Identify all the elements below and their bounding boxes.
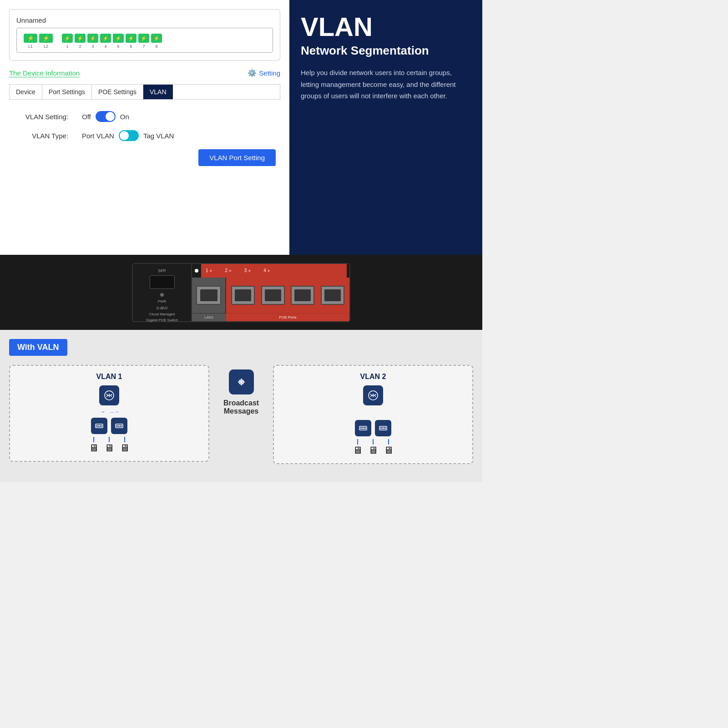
switch-device: SFP PWR ⊙4KV Cloud Managed Gigabit POE S… (132, 263, 350, 322)
vlan1-inner: → - - → (17, 385, 202, 454)
off-text: Off (82, 113, 91, 121)
port-row: ⚡ L1 ⚡ L2 ⚡ 1 (16, 28, 273, 53)
port-L2: ⚡ L2 (39, 34, 53, 49)
white-dot-indicator (195, 269, 198, 273)
left-ports-group: ⚡ L1 ⚡ L2 (24, 34, 53, 49)
gear-icon: ⚙️ (248, 69, 257, 77)
sfp-slot (150, 275, 175, 289)
vlan1-router (99, 385, 119, 405)
pwr-dot (160, 293, 164, 297)
vlan2-switch1 (355, 420, 371, 436)
pwr-area: PWR (137, 291, 187, 303)
switch-left: SFP PWR ⊙4KV Cloud Managed Gigabit POE S… (133, 264, 192, 321)
vlan1-switch2 (111, 418, 127, 434)
right-panel: VLAN Network Segmentation Help you divid… (289, 0, 482, 255)
device-diagram: Unnamed ⚡ L1 ⚡ L2 (9, 9, 280, 61)
sfp-label: SFP (137, 268, 187, 273)
on-text: On (120, 113, 129, 121)
bottom-section: With VALN VLAN 1 (0, 330, 482, 482)
port-L1: ⚡ L1 (24, 34, 37, 49)
device-name-label: Cloud Managed (137, 312, 187, 316)
vlan2-switch2 (375, 420, 391, 436)
lan1-label: LAN1 (192, 313, 226, 321)
with-vlan-badge: With VALN (9, 339, 67, 356)
tag-vlan-text: Tag VLAN (143, 132, 174, 140)
vlan-description: Help you divide network users into certa… (301, 67, 471, 102)
network-seg-title: Network Segmentation (301, 44, 471, 58)
vlan-type-label: VLAN Type: (14, 132, 68, 140)
vlan2-diagram: VLAN 2 (273, 365, 473, 464)
port-vlan-text: Port VLAN (82, 132, 114, 140)
right-ports-group: ⚡ 1 ⚡ 2 ⚡ 3 ⚡ 4 (62, 34, 162, 49)
device-type-label: Gigabit POE Switch (137, 318, 187, 322)
port-6: ⚡ 6 (126, 34, 136, 49)
diagram-row: VLAN 1 → (9, 365, 473, 464)
vlan-type-toggle-group: Port VLAN Tag VLAN (82, 130, 174, 141)
vlan-setting-row: VLAN Setting: Off On (14, 111, 276, 122)
vlan-port-setting-button[interactable]: VLAN Port Setting (198, 149, 276, 166)
broadcast-label: Broadcast Messages (218, 399, 264, 415)
tab-vlan[interactable]: VLAN (143, 85, 173, 99)
switch-right: 1 ● 2 ● 3 ● 4 ● (192, 264, 349, 321)
port-8: ⚡ 8 (151, 34, 162, 49)
vlan2-inner: 🖥 🖥 🖥 (281, 385, 465, 456)
left-panel: Unnamed ⚡ L1 ⚡ L2 (0, 0, 289, 255)
vlan1-computers: 🖥 🖥 🖥 (89, 437, 130, 454)
settings-area: VLAN Setting: Off On VLAN Type: Port VLA… (9, 109, 280, 168)
device-name: Unnamed (16, 16, 273, 24)
vlan2-title: VLAN 2 (281, 373, 465, 381)
port-1: ⚡ 1 (62, 34, 73, 49)
vlan-toggle[interactable] (96, 111, 116, 122)
pwr-text: PWR (137, 299, 187, 303)
setting-link[interactable]: ⚙️ Setting (248, 69, 280, 77)
tab-device[interactable]: Device (10, 85, 42, 99)
port-4: ⚡ 4 (100, 34, 111, 49)
kv-text: ⊙4KV (137, 306, 187, 310)
port-5: ⚡ 5 (113, 34, 124, 49)
hardware-section: SFP PWR ⊙4KV Cloud Managed Gigabit POE S… (0, 255, 482, 330)
port-3: ⚡ 3 (87, 34, 98, 49)
tabs-row: Device Port Settings POE Settings VLAN (9, 84, 280, 100)
vlan2-router (363, 385, 383, 405)
poe-label: POE Ports (226, 313, 349, 321)
vlan1-title: VLAN 1 (17, 373, 202, 381)
vlan2-computers: 🖥 🖥 🖥 (353, 439, 394, 456)
port-7: ⚡ 7 (138, 34, 149, 49)
tab-poe-settings[interactable]: POE Settings (92, 85, 143, 99)
broadcast-icon (229, 369, 254, 394)
device-info-link[interactable]: The Device Information (9, 69, 80, 77)
vlan-type-row: VLAN Type: Port VLAN Tag VLAN (14, 130, 276, 141)
vlan1-diagram: VLAN 1 → (9, 365, 209, 462)
tab-port-settings[interactable]: Port Settings (42, 85, 92, 99)
vlan1-switch1 (91, 418, 107, 434)
vlan-setting-label: VLAN Setting: (14, 113, 68, 121)
vlan-main-title: VLAN (301, 14, 471, 40)
device-info-row: The Device Information ⚙️ Setting (9, 69, 280, 77)
port-2: ⚡ 2 (75, 34, 86, 49)
vlan-type-toggle[interactable] (119, 130, 139, 141)
vlan-toggle-group: Off On (82, 111, 129, 122)
broadcast-box: Broadcast Messages (214, 365, 268, 420)
